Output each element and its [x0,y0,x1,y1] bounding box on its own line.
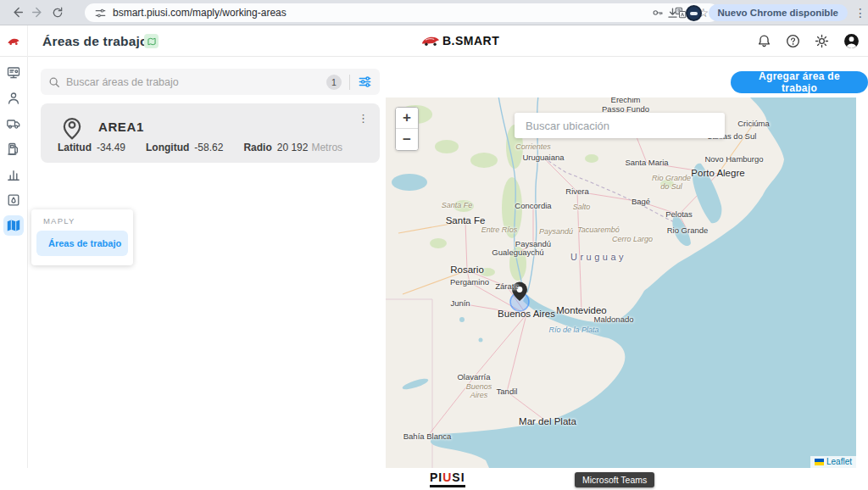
page-title: Áreas de trabajo [42,34,148,49]
sidebar-nav [0,57,28,468]
address-bar[interactable]: bsmart.piusi.com/maply/working-areas ☆ [85,3,719,22]
map-label: Novo Hamburgo [704,155,763,164]
sidebar-item-users[interactable] [3,88,24,109]
help-icon[interactable] [786,34,800,48]
area-search-input[interactable] [66,76,326,88]
map-label: Rio Grande [667,226,709,236]
forward-icon[interactable] [27,3,47,23]
map-label: Porto Alegre [691,168,744,179]
map-label: Santa Fe [446,215,486,226]
browser-toolbar: bsmart.piusi.com/maply/working-areas ☆ N… [0,0,868,25]
app-logo[interactable] [0,25,28,57]
reload-icon[interactable] [47,3,68,23]
map-label: Uruguay [570,252,626,263]
map-label: Rivera [565,187,588,197]
map-label: Montevideo [556,305,606,316]
card-menu-icon[interactable]: ⋮ [355,110,371,126]
map-label: Pelotas [665,210,693,220]
map-label: Entre Ríos [481,226,518,234]
map-labels: ErechimPasso FundoCriciúmaCaxias do SulN… [386,97,856,468]
divider [349,75,350,90]
map-label: Concordia [515,202,551,211]
app-header: Áreas de trabajo B.SMART [0,25,868,57]
map-label: Rosario [450,264,484,276]
map-label: Cerro Largo [612,235,653,243]
chrome-update-button[interactable]: Nuevo Chrome disponible [709,4,849,21]
map-label: Pergamino [450,278,489,287]
location-pin-icon [59,114,85,141]
working-area-card[interactable]: AREA1 ⋮ Latitud-34.49 Longitud-58.62 Rad… [41,103,380,163]
map-label: Salto [573,203,591,211]
map-label: Mar del Plata [519,416,576,427]
maply-flyout-menu: MAPLY Áreas de trabajo [31,209,133,265]
site-settings-icon[interactable] [95,8,106,19]
latitude-field: Latitud-34.49 [58,142,125,153]
notifications-bell-icon[interactable] [757,34,771,48]
area-search-bar[interactable]: 1 [41,69,380,95]
key-icon[interactable] [652,7,664,19]
map-label: Gualeguaychú [492,248,543,258]
url-text: bsmart.piusi.com/maply/working-areas [113,7,287,19]
map-label: Uruguaiana [522,153,564,163]
profile-avatar[interactable] [686,5,702,21]
map-label: Buenos Aires [466,382,492,400]
map-label: Buenos Aires [498,309,555,320]
map-label: Bagé [632,198,650,207]
map-attribution: Leaflet [810,456,856,468]
map-label: Erechim [611,97,641,104]
menu-dots-icon[interactable]: ⋮ [854,6,863,19]
map-label: Criciúma [737,120,769,129]
flyout-item-label: Áreas de trabajo [48,238,121,248]
sidebar-item-vehicles[interactable] [3,114,24,134]
sidebar-item-dispensers[interactable] [3,139,24,159]
map-search-box[interactable] [515,113,725,138]
map-label: Bahía Blanca [403,432,452,442]
leaflet-map[interactable]: ErechimPasso FundoCriciúmaCaxias do SulN… [386,97,856,468]
zoom-in-button[interactable]: + [396,108,418,129]
map-label: Tacuarembó [577,226,620,234]
sidebar-item-dashboard[interactable] [3,63,24,83]
map-label: Zárate [495,282,518,292]
map-badge-icon [144,34,159,48]
flyout-item-working-areas[interactable]: Áreas de trabajo [36,231,128,256]
zoom-out-button[interactable]: − [396,129,418,150]
map-label: Paysandú [515,240,551,249]
map-search-input[interactable] [515,113,725,138]
map-label: Tandil [497,387,518,397]
map-label: Olavarría [457,373,490,382]
map-label: Junín [450,299,470,309]
account-icon[interactable] [843,33,860,49]
map-label: Corrientes [515,142,551,151]
sidebar-item-maply[interactable] [3,215,24,236]
map-label: Paysandú [539,227,573,236]
map-label: Río de la Plata [548,326,598,334]
download-icon[interactable] [666,7,679,19]
back-icon[interactable] [7,3,27,23]
map-label: Rio Grande do Sul [652,174,691,192]
search-icon [48,76,60,88]
teams-tooltip: Microsoft Teams [575,472,654,487]
area-name: AREA1 [98,120,144,134]
settings-gear-icon[interactable] [815,34,829,48]
map-label: Maldonado [593,315,633,325]
leaflet-link[interactable]: Leaflet [826,457,852,466]
bsmart-logo: B.SMART [421,34,499,47]
map-label: Santa Fe [442,201,473,209]
longitude-field: Longitud-58.62 [146,142,223,153]
filter-count-badge: 1 [326,75,342,90]
ukraine-flag-icon [815,459,824,465]
sidebar-item-reports[interactable] [3,164,24,185]
sidebar-item-tanks[interactable] [3,190,24,210]
radius-field: Radio20 192Metros [243,142,342,153]
add-area-button[interactable]: Agregar área de trabajo [731,71,868,93]
filter-icon[interactable] [358,75,372,89]
map-label: Santa Maria [625,159,668,168]
flyout-group-label: MAPLY [43,216,133,226]
map-zoom-control: + − [395,107,419,151]
piusi-logo: PIUSI [430,471,465,487]
brand-text: B.SMART [442,34,499,47]
